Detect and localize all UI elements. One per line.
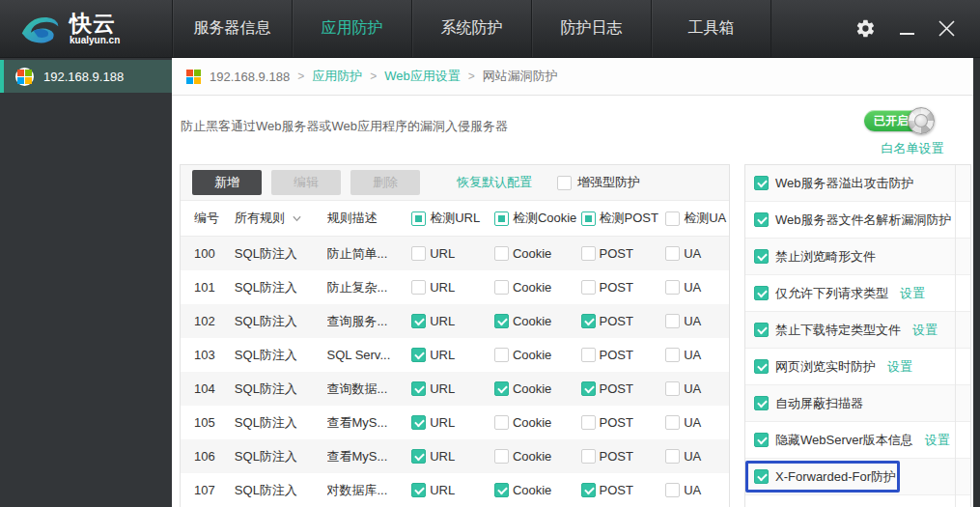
gear-icon[interactable] xyxy=(855,18,876,39)
protection-option-row[interactable]: 网页浏览实时防护 设置 xyxy=(745,349,970,385)
option-checkbox[interactable] xyxy=(754,249,769,264)
option-checkbox[interactable] xyxy=(754,176,769,190)
post-checkbox[interactable] xyxy=(581,449,596,464)
option-checkbox[interactable] xyxy=(754,469,769,484)
nav-item-item[interactable]: 工具箱 xyxy=(651,0,770,57)
protection-option-row[interactable]: X-Forwarded-For防护 xyxy=(745,459,970,495)
ua-checkbox[interactable] xyxy=(665,246,680,261)
nav-item-active[interactable]: 应用防护 xyxy=(292,0,411,57)
table-row[interactable]: 104 SQL防注入 查询数据... URL Cookie POST UA xyxy=(181,372,729,406)
post-checkbox[interactable] xyxy=(581,483,596,497)
url-checkbox[interactable] xyxy=(411,381,426,396)
add-rule-button[interactable]: 新增 xyxy=(192,170,262,195)
panel-scrollbar-gutter[interactable] xyxy=(955,165,956,507)
sidebar-item-server[interactable]: 192.168.9.188 xyxy=(0,60,172,93)
cookie-checkbox[interactable] xyxy=(494,449,509,464)
table-row[interactable]: 106 SQL防注入 查看MyS... URL Cookie POST UA xyxy=(181,439,729,473)
ua-checkbox[interactable] xyxy=(665,483,680,497)
table-row[interactable]: 101 SQL防注入 防止复杂... URL Cookie POST UA xyxy=(181,270,729,304)
breadcrumb: 192.168.9.188>应用防护>Web应用设置>网站漏洞防护 xyxy=(172,58,973,96)
ua-checkbox[interactable] xyxy=(665,415,680,430)
protection-option-row[interactable]: 自动屏蔽扫描器 xyxy=(745,385,970,422)
rule-description: 查看MyS... xyxy=(327,448,412,465)
option-checkbox[interactable] xyxy=(754,212,769,227)
ua-checkbox[interactable] xyxy=(665,381,680,396)
url-checkbox[interactable] xyxy=(411,348,426,362)
checkbox-icon[interactable] xyxy=(411,211,426,226)
url-checkbox[interactable] xyxy=(411,415,426,430)
cookie-checkbox[interactable] xyxy=(494,381,509,396)
cookie-checkbox[interactable] xyxy=(494,348,509,362)
minimize-icon[interactable] xyxy=(900,33,914,35)
whitelist-settings-link[interactable]: 白名单设置 xyxy=(864,140,961,157)
post-checkbox[interactable] xyxy=(581,280,596,295)
breadcrumb-item[interactable]: Web应用设置 xyxy=(384,68,461,85)
checkbox-icon[interactable] xyxy=(665,211,680,226)
option-checkbox[interactable] xyxy=(754,359,769,374)
cookie-checkbox[interactable] xyxy=(494,415,509,430)
post-checkbox[interactable] xyxy=(581,246,596,261)
ua-checkbox[interactable] xyxy=(665,280,680,295)
option-checkbox[interactable] xyxy=(754,286,769,300)
nav-item-item[interactable]: 系统防护 xyxy=(411,0,531,57)
breadcrumb-item[interactable]: 应用防护 xyxy=(312,68,362,85)
protection-toggle[interactable]: 已开启 xyxy=(864,110,926,131)
table-row[interactable]: 103 SQL防注入 SQL Serv... URL Cookie POST U… xyxy=(181,338,729,372)
header-check-ua[interactable]: 检测UA xyxy=(665,210,729,227)
url-checkbox[interactable] xyxy=(411,483,426,497)
option-settings-link[interactable]: 设置 xyxy=(912,322,938,339)
ua-checkbox[interactable] xyxy=(665,348,680,362)
option-settings-link[interactable]: 设置 xyxy=(900,285,925,302)
edit-rule-button[interactable]: 编辑 xyxy=(271,170,341,195)
nav-item-item[interactable]: 防护日志 xyxy=(531,0,651,57)
checkbox-icon[interactable] xyxy=(494,211,509,226)
url-checkbox[interactable] xyxy=(411,449,426,464)
delete-rule-button[interactable]: 删除 xyxy=(350,170,420,195)
cookie-checkbox[interactable] xyxy=(494,280,509,295)
option-settings-link[interactable]: 设置 xyxy=(887,358,912,376)
rule-type: SQL防注入 xyxy=(235,380,327,398)
cookie-checkbox[interactable] xyxy=(494,314,509,328)
brand-logo: 快云 kualyun.cn xyxy=(0,0,172,57)
table-row[interactable]: 100 SQL防注入 防止简单... URL Cookie POST UA xyxy=(181,237,729,270)
header-check-cookie[interactable]: 检测Cookie xyxy=(494,210,581,227)
header-rule-filter[interactable]: 所有规则 xyxy=(235,210,327,227)
table-row[interactable]: 105 SQL防注入 查看MyS... URL Cookie POST UA xyxy=(181,406,729,439)
table-row[interactable]: 102 SQL防注入 查询服务... URL Cookie POST UA xyxy=(181,304,729,338)
option-settings-link[interactable]: 设置 xyxy=(925,432,950,449)
option-checkbox[interactable] xyxy=(754,323,769,337)
post-checkbox[interactable] xyxy=(581,314,596,328)
windows-logo-icon xyxy=(15,68,34,86)
table-row[interactable]: 107 SQL防注入 对数据库... URL Cookie POST UA xyxy=(181,473,729,507)
cookie-checkbox[interactable] xyxy=(494,483,509,497)
protection-option-row[interactable]: 禁止浏览畸形文件 xyxy=(745,239,970,275)
restore-default-link[interactable]: 恢复默认配置 xyxy=(457,174,532,191)
ua-checkbox[interactable] xyxy=(665,314,680,328)
close-icon[interactable] xyxy=(938,20,955,37)
url-checkbox[interactable] xyxy=(411,280,426,295)
checkbox-icon[interactable] xyxy=(557,176,572,190)
post-checkbox[interactable] xyxy=(581,415,596,430)
url-checkbox[interactable] xyxy=(411,246,426,261)
cookie-checkbox[interactable] xyxy=(494,246,509,261)
enhanced-protection-checkbox[interactable]: 增强型防护 xyxy=(557,174,640,191)
nav-item-item[interactable]: 服务器信息 xyxy=(172,0,292,57)
url-checkbox[interactable] xyxy=(411,314,426,328)
protection-option-row[interactable]: Web服务器文件名解析漏洞防护 xyxy=(745,202,970,239)
checkbox-icon[interactable] xyxy=(581,211,596,226)
protection-option-row[interactable]: 隐藏WebServer版本信息 设置 xyxy=(745,422,970,459)
protection-option-row[interactable]: 仅允许下列请求类型 设置 xyxy=(745,275,970,312)
post-checkbox[interactable] xyxy=(581,381,596,396)
header-check-post[interactable]: 检测POST xyxy=(581,210,666,227)
toggle-knob-icon[interactable] xyxy=(908,107,935,134)
protection-option-row[interactable]: Web服务器溢出攻击防护 xyxy=(745,165,970,202)
swirl-logo-icon xyxy=(19,11,62,47)
header-check-url[interactable]: 检测URL xyxy=(411,210,494,227)
option-checkbox[interactable] xyxy=(754,433,769,447)
protection-option-row[interactable]: 禁止下载特定类型文件 设置 xyxy=(745,312,970,349)
option-label: 网页浏览实时防护 xyxy=(775,358,876,376)
sidebar: 192.168.9.188 xyxy=(0,58,172,507)
option-checkbox[interactable] xyxy=(754,396,769,410)
ua-checkbox[interactable] xyxy=(665,449,680,464)
post-checkbox[interactable] xyxy=(581,348,596,362)
